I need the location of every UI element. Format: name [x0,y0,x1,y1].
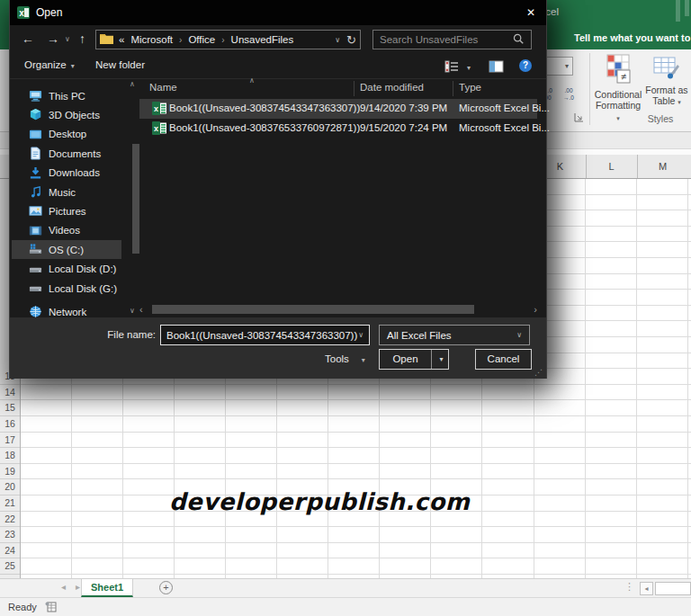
video-icon [29,224,42,237]
tools-button[interactable]: Tools▾ [325,353,365,364]
column-divider[interactable] [453,81,453,96]
add-sheet-button[interactable]: + [159,581,173,594]
row-header-19[interactable]: 19 [0,464,20,480]
breadcrumb-item-unsavedfiles[interactable]: UnsavedFiles [231,34,294,45]
sidebar-item-3d-objects[interactable]: 3D Objects [12,105,121,124]
refresh-icon[interactable]: ↻ [346,33,356,47]
hscroll-thumb[interactable] [655,582,691,595]
recent-locations-icon[interactable]: ∨ [65,35,70,43]
button-split-divider [431,350,432,369]
folder-icon [100,33,113,46]
sidebar-item-local-disk-d[interactable]: Local Disk (D:) [12,260,121,279]
dropdown-arrow-icon: ▾ [616,115,620,121]
sidebar-item-label: Downloads [49,167,100,178]
cube-icon [29,108,42,121]
address-bar[interactable]: «Microsoft›Office›UnsavedFiles ∨ ↻ [95,30,361,49]
scroll-left-icon[interactable]: ‹ [139,304,143,315]
sidebar-scroll-down-icon[interactable]: ∨ [130,307,135,315]
tell-me-box[interactable]: Tell me what you want to do [574,32,691,43]
sidebar-item-local-disk-g[interactable]: Local Disk (G:) [12,279,121,298]
sidebar-scroll-up-icon[interactable]: ∧ [130,80,135,88]
search-input[interactable]: Search UnsavedFiles [372,30,532,49]
view-dropdown-icon[interactable]: ▾ [467,64,471,72]
column-header-type[interactable]: Type [459,82,481,93]
cancel-button[interactable]: Cancel [475,349,532,370]
breadcrumb-item-microsoft[interactable]: Microsoft [130,34,173,45]
format-as-table-icon [642,54,691,82]
breadcrumb-item-office[interactable]: Office [188,34,215,45]
decrease-decimal-button[interactable]: .00→.0 [560,84,578,105]
conditional-formatting-icon: ≠ [594,54,642,86]
up-icon[interactable]: ↑ [79,31,85,46]
sidebar-item-this-pc[interactable]: This PC [12,86,121,105]
row-header-25[interactable]: 25 [0,558,20,575]
dropdown-arrow-icon: ▾ [71,62,75,70]
sidebar-item-label: Documents [49,148,101,159]
forward-icon[interactable]: → [47,31,59,46]
hscroll-left-button[interactable]: ◂ [640,582,653,595]
sidebar-item-music[interactable]: Music [12,183,121,201]
hscrollbar-thumb[interactable] [152,305,474,314]
row-header-18[interactable]: 18 [0,448,20,464]
column-divider[interactable] [354,81,354,96]
sidebar-item-os-c[interactable]: OS (C:) [12,240,121,259]
row-header-24[interactable]: 24 [0,543,20,559]
sidebar-item-downloads[interactable]: Downloads [12,164,121,183]
close-icon[interactable]: ✕ [516,0,546,25]
file-type: Microsoft Excel Bi... [459,103,550,113]
row-header-22[interactable]: 22 [0,512,20,528]
sidebar-item-label: 3D Objects [49,110,100,121]
tab-sheet1[interactable]: Sheet1 [81,579,133,597]
drive-os-icon [29,243,42,256]
sidebar-item-pictures[interactable]: Pictures [12,201,121,220]
row-header-17[interactable]: 17 [0,433,20,449]
back-icon[interactable]: ← [22,31,34,46]
address-dropdown-icon[interactable]: ∨ [335,36,340,44]
row-header-16[interactable]: 16 [0,416,20,433]
organize-button[interactable]: Organize▾ [24,59,75,70]
preview-pane-icon[interactable] [489,60,504,75]
column-header-l[interactable]: L [586,155,637,178]
sidebar-item-label: Local Disk (D:) [49,263,116,274]
column-header-m[interactable]: M [637,155,688,178]
file-name-combo[interactable]: Book1((Unsaved-308374543347363307)) ∨ [160,325,370,345]
file-row[interactable]: xBook1((Unsaved-308374543347363307))9/14… [139,99,537,119]
row-header-23[interactable]: 23 [0,527,20,543]
macro-record-icon[interactable] [45,602,57,614]
sheet-prev-icon[interactable]: ◂ [61,582,66,592]
row-header-21[interactable]: 21 [0,495,20,512]
column-header-name[interactable]: Name [149,82,177,93]
download-icon [29,166,42,180]
dropdown-arrow-icon: ▾ [678,99,681,105]
sidebar-item-label: Local Disk (G:) [49,283,117,294]
open-button[interactable]: Open ▾ [379,349,449,370]
sidebar-scrollbar-thumb[interactable] [132,144,139,254]
row-header-15[interactable]: 15 [0,400,20,416]
number-group-launcher-icon[interactable] [574,112,584,122]
column-header-date[interactable]: Date modified [360,82,424,93]
excel-file-icon: x [152,102,167,117]
new-folder-button[interactable]: New folder [95,59,145,70]
sidebar-item-label: Desktop [49,129,86,139]
row-header-14[interactable]: 14 [0,385,20,401]
status-bar: Ready [0,597,691,616]
breadcrumb-collapsed-icon[interactable]: « [119,34,124,45]
details-view-icon[interactable] [444,60,459,75]
scroll-right-icon[interactable]: › [534,304,537,315]
sheet-next-icon[interactable]: ▸ [76,582,80,592]
dialog-titlebar[interactable]: x Open ✕ [10,0,546,25]
file-type-combo[interactable]: All Excel Files ∨ [379,325,530,345]
ribbon-separator [589,53,590,125]
help-icon[interactable]: ? [519,59,532,72]
svg-text:x: x [19,8,24,18]
sidebar-item-desktop[interactable]: Desktop [12,125,121,144]
file-row[interactable]: xBook1((Unsaved-308376533760972871))9/15… [139,119,537,138]
open-dropdown-icon[interactable]: ▾ [434,350,449,369]
document-icon [29,147,42,160]
resize-grip-icon[interactable]: ⋰ [534,368,543,377]
file-date-modified: 9/15/2020 7:24 PM [360,122,447,133]
row-header-20[interactable]: 20 [0,479,20,495]
file-name: Book1((Unsaved-308374543347363307)) [169,103,360,113]
sidebar-item-videos[interactable]: Videos [12,221,121,240]
sidebar-item-documents[interactable]: Documents [12,144,121,163]
